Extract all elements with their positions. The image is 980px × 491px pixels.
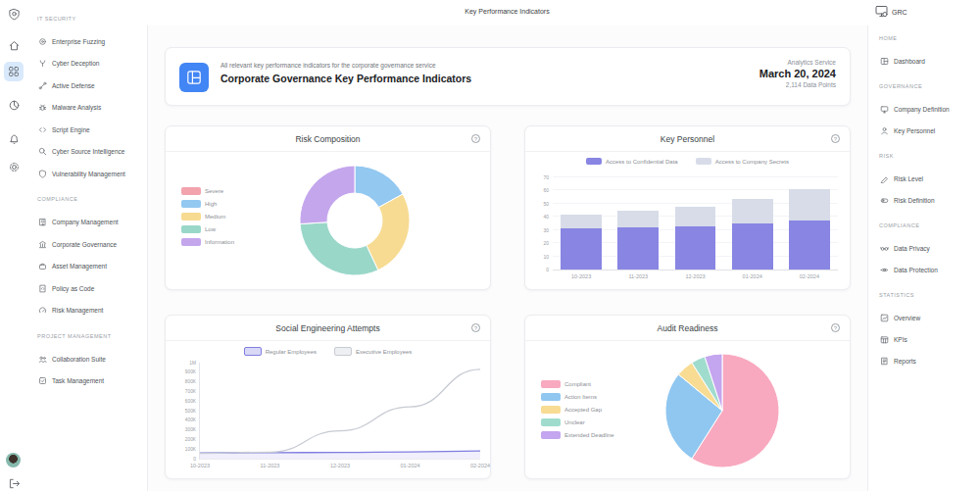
sidebar-item-policy-as-code[interactable]: Policy as Code: [27, 277, 147, 300]
monitor-icon: [879, 104, 889, 114]
slice-low[interactable]: [300, 222, 378, 275]
sidebar-label: Task Management: [52, 377, 104, 384]
logout-icon[interactable]: [7, 476, 21, 490]
rightnav-item-risk-definition[interactable]: Risk Definition: [879, 189, 980, 211]
rightnav-item-key-personnel[interactable]: Key Personnel: [879, 120, 980, 141]
legend-swatch: [181, 213, 201, 221]
rightnav-item-dashboard[interactable]: Dashboard: [879, 50, 980, 72]
sidebar-item-company-management[interactable]: Company Management: [27, 212, 147, 234]
y-axis-tick: 0: [171, 457, 196, 462]
rightnav-item-company-definition[interactable]: Company Definition: [879, 98, 980, 120]
sidebar-section-it-security: IT Security: [27, 10, 147, 30]
sidebar-item-malware-analysis[interactable]: Malware Analysis: [27, 97, 147, 120]
bar-02-2024-confidential[interactable]: [789, 221, 830, 270]
rightnav-label: Dashboard: [894, 58, 925, 65]
bar-11-2023-secrets[interactable]: [617, 211, 659, 228]
slice-information[interactable]: [300, 166, 355, 224]
bar-02-2024-secrets[interactable]: [789, 189, 830, 221]
help-icon[interactable]: ?: [831, 134, 840, 143]
x-axis-tick: 10-2023: [190, 463, 210, 468]
bar-11-2023-confidential[interactable]: [617, 227, 659, 270]
legend-item-regular-employees[interactable]: Regular Employees: [244, 347, 317, 356]
bar-12-2023-secrets[interactable]: [675, 207, 716, 226]
x-axis-tick: 01-2024: [743, 273, 762, 279]
help-icon[interactable]: ?: [831, 323, 840, 332]
dashboard-icon[interactable]: [4, 62, 24, 81]
sidebar-item-task-management[interactable]: Task Management: [27, 370, 147, 393]
sidebar-label: Script Engine: [52, 126, 90, 133]
sidebar-label: Asset Management: [52, 263, 107, 270]
kpi-board-icon: [179, 63, 209, 92]
grc-logo-icon: [875, 5, 888, 19]
building-icon: [37, 218, 47, 227]
help-icon[interactable]: ?: [471, 323, 480, 332]
rightnav-item-data-protection[interactable]: Data Protection: [879, 259, 980, 280]
rightnav-label: Risk: [879, 153, 894, 159]
user-avatar[interactable]: [6, 453, 21, 467]
legend-item-accepted-gap[interactable]: Accepted Gap: [541, 406, 614, 414]
legend-swatch: [334, 347, 352, 356]
legend-item-high[interactable]: High: [181, 200, 234, 208]
y-axis-tick: 900K: [171, 369, 196, 374]
legend-item-action-items[interactable]: Action Items: [541, 393, 614, 401]
home-icon[interactable]: [7, 38, 21, 52]
rightnav-item-risk-level[interactable]: Risk Level: [879, 168, 980, 189]
legend-swatch: [541, 380, 561, 388]
summary-card: All relevant key performance indicators …: [165, 47, 851, 106]
bar-legend: Access to Confidential DataAccess to Com…: [525, 158, 850, 165]
legend-swatch: [696, 158, 711, 165]
bar-10-2023-confidential[interactable]: [561, 228, 602, 270]
y-axis-tick: 300K: [171, 427, 196, 432]
bug-icon: [37, 103, 47, 113]
legend-item-information[interactable]: Information: [181, 238, 234, 246]
legend-item-severe[interactable]: Severe: [181, 187, 234, 195]
y-axis-tick: 30: [527, 227, 549, 233]
sidebar-item-risk-management[interactable]: Risk Management: [27, 300, 147, 322]
card-title: Key Personnel: [661, 134, 714, 144]
legend-item-unclear[interactable]: Unclear: [541, 418, 614, 426]
rightnav-item-data-privacy[interactable]: Data Privacy: [879, 237, 980, 259]
rightnav-label: Risk Level: [894, 175, 923, 182]
rightnav-item-overview[interactable]: Overview: [879, 307, 980, 328]
sidebar-item-enterprise-fuzzing[interactable]: Enterprise Fuzzing: [27, 30, 147, 53]
sidebar-item-vulnerability-management[interactable]: Vulnerability Management: [27, 163, 147, 185]
legend-item-access-to-company-secrets[interactable]: Access to Company Secrets: [696, 158, 789, 165]
sidebar-item-cyber-source-intelligence[interactable]: Cyber Source Intelligence: [27, 141, 147, 164]
sidebar-item-active-defense[interactable]: Active Defense: [27, 74, 147, 97]
legend-item-medium[interactable]: Medium: [181, 213, 234, 221]
settings-gear-icon[interactable]: [7, 160, 21, 173]
analytics-pie-icon[interactable]: [7, 98, 21, 112]
person-icon: [879, 125, 889, 135]
sidebar-label: Cyber Deception: [52, 60, 99, 67]
legend-item-extended-deadline[interactable]: Extended Deadline: [541, 431, 614, 439]
legend-swatch: [541, 418, 561, 426]
bar-10-2023-secrets[interactable]: [561, 215, 602, 229]
donut-legend: SevereHighMediumLowInformation: [181, 187, 234, 246]
sidebar-item-corporate-governance[interactable]: Corporate Governance: [27, 233, 147, 256]
sidebar-item-script-engine[interactable]: Script Engine: [27, 119, 147, 141]
rightnav-label: Compliance: [879, 222, 919, 228]
rightnav-item-kpis[interactable]: KPIs: [879, 328, 980, 350]
meta-service: Analytics Service: [760, 59, 836, 66]
bar-01-2024-confidential[interactable]: [732, 223, 773, 270]
y-axis-tick: 20: [527, 240, 549, 246]
sidebar-item-collaboration-suite[interactable]: Collaboration Suite: [27, 348, 147, 370]
x-axis-tick: 12-2023: [685, 273, 705, 279]
bar-01-2024-secrets[interactable]: [732, 199, 773, 224]
notifications-bell-icon[interactable]: [7, 131, 21, 145]
app-logo-icon[interactable]: [7, 7, 21, 21]
legend-item-low[interactable]: Low: [181, 225, 234, 233]
legend-item-compliant[interactable]: Compliant: [541, 380, 614, 388]
sidebar-item-cyber-deception[interactable]: Cyber Deception: [27, 53, 147, 75]
legend-item-access-to-confidential-data[interactable]: Access to Confidential Data: [586, 158, 678, 165]
bar-12-2023-confidential[interactable]: [675, 226, 716, 270]
rightnav-item-reports[interactable]: Reports: [879, 350, 980, 371]
line-executive-employees[interactable]: [200, 369, 480, 454]
summary-title: Corporate Governance Key Performance Ind…: [220, 73, 471, 84]
legend-item-executive-employees[interactable]: Executive Employees: [334, 347, 412, 356]
reports-icon: [879, 356, 889, 366]
x-axis-tick: 12-2023: [330, 463, 350, 468]
help-icon[interactable]: ?: [471, 134, 480, 143]
rightnav-label: Risk Definition: [894, 197, 935, 204]
sidebar-item-asset-management[interactable]: Asset Management: [27, 256, 147, 278]
